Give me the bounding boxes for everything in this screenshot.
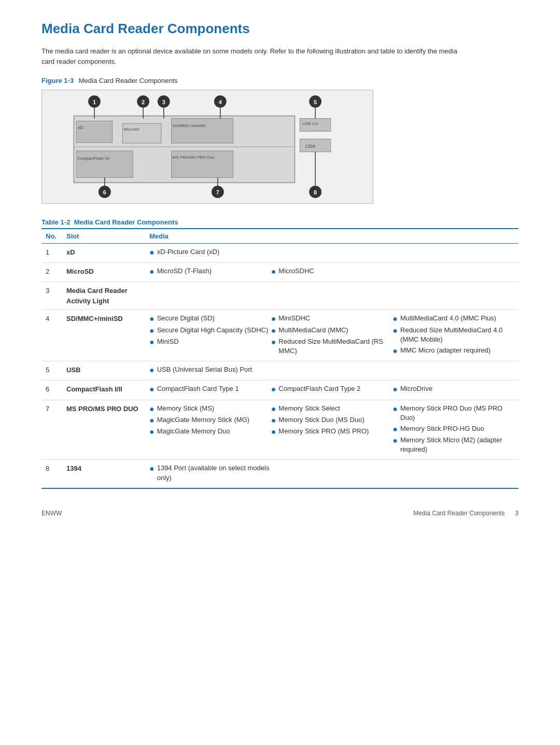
row-media: ●USB (Universal Serial Bus) Port [145, 361, 519, 381]
row-number: 2 [41, 263, 62, 282]
components-table: No. Slot Media 1xD●xD-Picture Card (xD)2… [41, 229, 519, 489]
svg-text:2: 2 [142, 99, 145, 105]
figure-label: Figure 1-3 Media Card Reader Components [41, 77, 519, 85]
table-row: 7MS PRO/MS PRO DUO●Memory Stick (MS)●Mag… [41, 400, 519, 460]
list-item: ●Memory Stick PRO (MS PRO) [271, 427, 393, 437]
list-item: ●MicroDrive [393, 384, 514, 394]
table-label: Table 1-2 Media Card Reader Components [41, 218, 519, 229]
list-item: ●USB (Universal Serial Bus) Port [149, 365, 271, 375]
page-footer: ENWW Media Card Reader Components 3 [41, 510, 519, 517]
list-item: ●MicroSD (T-Flash) [149, 266, 271, 276]
list-item: ●Reduced Size MultiMediaCard 4.0 (MMC Mo… [393, 326, 514, 344]
svg-text:SD/MMC+/miniSD: SD/MMC+/miniSD [173, 123, 206, 128]
row-slot: MicroSD [62, 263, 145, 282]
row-number: 4 [41, 310, 62, 361]
row-slot: 1394 [62, 460, 145, 488]
list-item: ●Secure Digital High Capacity (SDHC) [149, 326, 271, 335]
svg-rect-4 [123, 123, 161, 143]
list-item: ●Memory Stick (MS) [149, 404, 271, 414]
list-item: ●MiniSD [149, 337, 271, 347]
row-slot: xD [62, 244, 145, 263]
svg-text:MS PRO/MS PRO Duo: MS PRO/MS PRO Duo [173, 155, 215, 160]
table-row: 81394●1394 Port (available on select mod… [41, 460, 519, 488]
svg-text:1: 1 [93, 99, 96, 105]
list-item: ●xD-Picture Card (xD) [149, 247, 271, 257]
table-row: 1xD●xD-Picture Card (xD) [41, 244, 519, 263]
row-slot: SD/MMC+/miniSD [62, 310, 145, 361]
row-media: ●CompactFlash Card Type 1●CompactFlash C… [145, 381, 519, 400]
col-header-media: Media [145, 229, 519, 244]
svg-text:MicroSD: MicroSD [123, 127, 139, 132]
list-item: ●Reduced Size MultiMediaCard (RS MMC) [271, 337, 393, 356]
list-item: ●MultiMediaCard (MMC) [271, 326, 393, 335]
footer-left: ENWW [41, 510, 62, 517]
row-slot: USB [62, 361, 145, 381]
svg-text:5: 5 [314, 99, 317, 105]
list-item: ●Memory Stick Duo (MS Duo) [271, 415, 393, 425]
svg-rect-6 [172, 119, 233, 144]
list-item: ●MiniSDHC [271, 314, 393, 324]
footer-center: Media Card Reader Components 3 [413, 510, 519, 517]
svg-text:1394: 1394 [305, 144, 315, 149]
list-item: ●CompactFlash Card Type 2 [271, 384, 393, 394]
list-item: ●MicroSDHC [271, 266, 393, 276]
list-item: ●MagicGate Memory Duo [149, 427, 271, 437]
list-item: ●Memory Stick PRO-HG Duo [393, 424, 514, 434]
table-row: 6CompactFlash I/II●CompactFlash Card Typ… [41, 381, 519, 400]
row-number: 8 [41, 460, 62, 488]
row-media: ●xD-Picture Card (xD) [145, 244, 519, 263]
table-row: 4SD/MMC+/miniSD●Secure Digital (SD)●Secu… [41, 310, 519, 361]
list-item: ●MagicGate Memory Stick (MG) [149, 415, 271, 425]
list-item: ●Secure Digital (SD) [149, 314, 271, 324]
svg-rect-8 [76, 151, 133, 178]
list-item: ●Memory Stick PRO Duo (MS PRO Duo) [393, 404, 514, 423]
table-row: 5USB●USB (Universal Serial Bus) Port [41, 361, 519, 381]
list-item: ●Memory Stick Micro (M2) (adapter requir… [393, 435, 514, 454]
row-number: 5 [41, 361, 62, 381]
list-item: ●MMC Micro (adapter required) [393, 346, 514, 356]
row-media [145, 282, 519, 310]
row-slot: MS PRO/MS PRO DUO [62, 400, 145, 460]
row-slot: Media Card Reader Activity Light [62, 282, 145, 310]
svg-text:USB 2.0: USB 2.0 [302, 121, 318, 126]
svg-text:7: 7 [216, 189, 219, 195]
table-row: 3Media Card Reader Activity Light [41, 282, 519, 310]
diagram: xD MicroSD SD/MMC+/miniSD CompactFlash I… [41, 90, 373, 204]
row-number: 7 [41, 400, 62, 460]
intro-text: The media card reader is an optional dev… [41, 46, 467, 66]
table-row: 2MicroSD●MicroSD (T-Flash)●MicroSDHC [41, 263, 519, 282]
svg-text:xD: xD [78, 125, 83, 130]
row-media: ●Memory Stick (MS)●MagicGate Memory Stic… [145, 400, 519, 460]
list-item: ●1394 Port (available on select models o… [149, 463, 271, 482]
list-item: ●MultiMediaCard 4.0 (MMC Plus) [393, 314, 514, 324]
page-title: Media Card Reader Components [41, 21, 519, 37]
svg-text:3: 3 [162, 99, 165, 105]
row-media: ●1394 Port (available on select models o… [145, 460, 519, 488]
row-number: 1 [41, 244, 62, 263]
row-media: ●MicroSD (T-Flash)●MicroSDHC [145, 263, 519, 282]
svg-text:4: 4 [219, 99, 222, 105]
svg-rect-2 [76, 121, 112, 143]
svg-text:CompactFlash I/II: CompactFlash I/II [77, 156, 109, 161]
row-media: ●Secure Digital (SD)●Secure Digital High… [145, 310, 519, 361]
col-header-no: No. [41, 229, 62, 244]
row-slot: CompactFlash I/II [62, 381, 145, 400]
list-item: ●CompactFlash Card Type 1 [149, 384, 271, 394]
svg-text:8: 8 [314, 189, 317, 195]
row-number: 3 [41, 282, 62, 310]
list-item: ●Memory Stick Select [271, 404, 393, 414]
col-header-slot: Slot [62, 229, 145, 244]
row-number: 6 [41, 381, 62, 400]
svg-text:6: 6 [103, 189, 106, 195]
